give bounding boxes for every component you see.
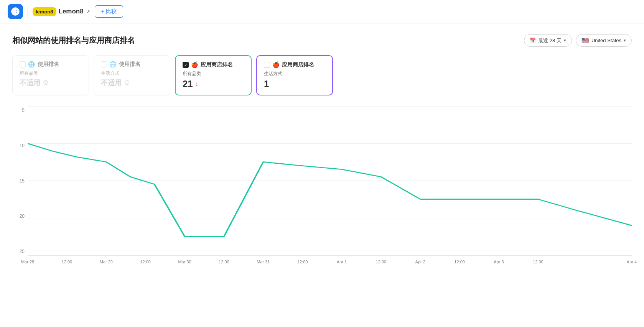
x-axis-labels: Mar 28 12:00 Mar 29 12:00 Mar 30 12:00 M… [28,256,632,271]
globe-icon-1: 🌐 [28,61,35,68]
y-axis-labels: 5 10 15 20 25 [12,106,28,256]
web-rank-all-card[interactable]: 🌐 使用排名 所有品类 不适用 ⓘ [12,55,89,95]
card-title-app-all: 应用商店排名 [201,61,233,68]
header: lemon8 Lemon8 ↗ + 比较 [0,0,644,23]
app-rank-lifestyle-card[interactable]: 🍎 应用商店排名 生活方式 1 [256,55,333,95]
app-name: Lemon8 [59,8,84,15]
x-label-12-2: 12:00 [140,260,151,264]
us-flag-icon: 🇺🇸 [581,37,589,44]
card-title-web-life: 使用排名 [119,61,140,68]
x-label-mar30: Mar 30 [178,260,191,264]
app-store-icon [8,4,23,19]
chart-line-app-rank [28,143,632,237]
card-title-web-all: 使用排名 [38,61,59,68]
card-value-app-life: 1 [264,79,269,89]
x-label-12-5: 12:00 [376,260,387,264]
card-checkbox-web-life [101,61,107,67]
x-label-apr3: Apr 3 [494,260,504,264]
card-subtitle-web-all: 所有品类 [20,70,82,77]
x-label-mar28: Mar 28 [21,260,34,264]
card-subtitle-app-all: 所有品类 [183,71,244,77]
compare-button[interactable]: + 比较 [95,5,123,18]
calendar-icon: 📅 [530,38,536,43]
y-label-10: 10 [12,143,28,148]
x-label-apr1: Apr 1 [337,260,347,264]
time-filter-label: 最近 28 天 [538,37,562,44]
y-label-20: 20 [12,214,28,219]
x-label-12-6: 12:00 [454,260,465,264]
title-row: 相似网站的使用排名与应用商店排名 📅 最近 28 天 ▾ 🇺🇸 United S… [12,34,632,47]
card-checkbox-app-life [264,62,270,68]
x-label-apr4: Apr 4 [627,260,637,264]
x-label-12-3: 12:00 [219,260,229,264]
metric-cards-row: 🌐 使用排名 所有品类 不适用 ⓘ 🌐 使用排名 生活方式 不适用 ⓘ [12,55,632,95]
filters-bar: 📅 最近 28 天 ▾ 🇺🇸 United States ▾ [524,34,632,47]
app-logo: lemon8 Lemon8 ↗ [33,7,90,16]
card-checkbox-app-all: ✓ [183,62,189,68]
chart-container: 5 10 15 20 25 [12,106,632,271]
country-filter-label: United States [591,38,621,43]
chevron-down-icon: ▾ [564,38,566,43]
x-label-mar31: Mar 31 [257,260,270,264]
globe-icon-2: 🌐 [109,61,117,68]
lemon8-badge: lemon8 [33,7,56,16]
apple-icon-2: 🍎 [272,61,280,68]
y-label-5: 5 [12,108,28,113]
apple-icon-1: 🍎 [191,61,198,68]
time-filter-button[interactable]: 📅 最近 28 天 ▾ [524,34,572,47]
y-label-15: 15 [12,178,28,184]
x-label-mar29: Mar 29 [100,260,113,264]
x-label-apr2: Apr 2 [415,260,425,264]
country-filter-button[interactable]: 🇺🇸 United States ▾ [576,34,632,47]
card-value-web-all: 不适用 [20,78,40,87]
header-divider [28,5,28,18]
card-checkbox-web-all [20,61,26,67]
info-icon-2: ⓘ [125,80,129,86]
card-subtitle-web-life: 生活方式 [101,70,163,77]
card-subtitle-app-life: 生活方式 [264,71,325,77]
y-label-25: 25 [12,249,28,254]
x-label-12-1: 12:00 [62,260,72,264]
app-rank-all-card[interactable]: ✓ 🍎 应用商店排名 所有品类 21 ↓ [175,55,252,95]
x-label-12-4: 12:00 [297,260,308,264]
card-value-web-life: 不适用 [101,78,122,87]
info-icon-1: ⓘ [43,80,48,86]
chevron-down-icon-country: ▾ [624,38,626,43]
page-title: 相似网站的使用排名与应用商店排名 [12,35,135,46]
external-link-icon: ↗ [86,9,90,15]
card-value-app-all: 21 [183,79,193,89]
trend-down-icon: ↓ [195,81,198,87]
web-rank-lifestyle-card[interactable]: 🌐 使用排名 生活方式 不适用 ⓘ [94,55,170,95]
main-content: 相似网站的使用排名与应用商店排名 📅 最近 28 天 ▾ 🇺🇸 United S… [0,23,644,282]
x-label-12-7: 12:00 [533,260,544,264]
card-title-app-life: 应用商店排名 [282,61,314,68]
chart-drawing-area [28,106,632,256]
chart-svg [28,106,632,255]
